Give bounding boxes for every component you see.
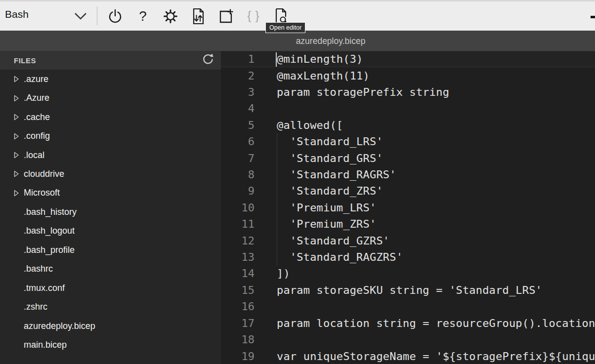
- shell-selector-dropdown[interactable]: Bash: [0, 1, 94, 31]
- help-icon: ?: [139, 9, 147, 23]
- code-line-11[interactable]: 11 'Premium_ZRS': [221, 216, 595, 232]
- line-number: 14: [221, 267, 260, 280]
- tree-file-.bash_profile[interactable]: .bash_profile: [0, 241, 221, 259]
- code-text: 'Premium_LRS': [260, 202, 376, 214]
- code-line-8[interactable]: 8 'Standard_RAGRS': [221, 166, 595, 183]
- new-session-button[interactable]: [212, 1, 240, 31]
- line-number: 10: [221, 202, 260, 214]
- chevron-right-icon: [14, 170, 24, 177]
- tree-folder-Microsoft[interactable]: Microsoft: [0, 184, 221, 202]
- toolbar-divider: [97, 6, 97, 25]
- code-line-9[interactable]: 9 'Standard_ZRS': [221, 183, 595, 199]
- code-text: 'Standard_RAGZRS': [260, 251, 403, 263]
- line-number: 18: [221, 333, 260, 346]
- tree-file-.bash_history[interactable]: .bash_history: [0, 202, 221, 221]
- minimize-button[interactable]: [591, 16, 595, 18]
- line-number: 8: [221, 168, 260, 181]
- chevron-down-icon: [73, 10, 88, 23]
- settings-button[interactable]: [157, 1, 184, 31]
- tree-item-label: .cache: [24, 112, 50, 122]
- tree-folder-.local[interactable]: .local: [0, 146, 221, 164]
- code-text: ]): [260, 267, 290, 280]
- line-number: 1: [221, 53, 260, 65]
- tree-item-label: .local: [24, 150, 44, 161]
- restart-button[interactable]: [101, 1, 129, 31]
- code-line-3[interactable]: 3param storagePrefix string: [221, 84, 595, 100]
- chevron-right-icon: [14, 76, 24, 82]
- line-number: 12: [221, 235, 260, 247]
- code-text: 'Standard_GRS': [260, 152, 383, 164]
- tree-file-main.bicep[interactable]: main.bicep: [0, 335, 221, 354]
- code-line-1[interactable]: 1@minLength(3): [221, 51, 595, 67]
- code-line-7[interactable]: 7 'Standard_GRS': [221, 150, 595, 166]
- code-line-14[interactable]: 14]): [221, 265, 595, 282]
- tree-item-label: .bash_profile: [24, 245, 75, 255]
- refresh-icon: [202, 53, 214, 68]
- code-line-2[interactable]: 2@maxLength(11): [221, 67, 595, 83]
- tree-file-.tmux.conf[interactable]: .tmux.conf: [0, 279, 221, 297]
- refresh-button[interactable]: [202, 53, 214, 68]
- upload-download-icon: [191, 8, 206, 25]
- tree-file-.zshrc[interactable]: .zshrc: [0, 297, 221, 316]
- tree-folder-clouddrive[interactable]: clouddrive: [0, 164, 221, 183]
- tree-item-label: .bash_history: [24, 207, 77, 217]
- code-line-13[interactable]: 13 'Standard_RAGZRS': [221, 249, 595, 265]
- open-file-title: azuredeploy.bicep: [296, 36, 366, 46]
- settings-icon: [163, 8, 178, 24]
- code-text: param storageSKU string = 'Standard_LRS': [260, 284, 542, 296]
- code-line-16[interactable]: 16: [221, 298, 595, 315]
- tree-item-label: .tmux.conf: [24, 283, 65, 293]
- tree-folder-.azure[interactable]: .azure: [0, 70, 221, 88]
- tree-folder-.Azure[interactable]: .Azure: [0, 88, 221, 107]
- shell-selector-label: Bash: [5, 8, 29, 20]
- text-cursor: [276, 52, 277, 67]
- tree-item-label: .zshrc: [24, 302, 47, 312]
- code-line-15[interactable]: 15param storageSKU string = 'Standard_LR…: [221, 282, 595, 298]
- line-number: 16: [221, 300, 260, 313]
- files-header: FILES: [0, 51, 221, 70]
- tree-folder-.cache[interactable]: .cache: [0, 108, 221, 126]
- tree-file-.bash_logout[interactable]: .bash_logout: [0, 222, 221, 241]
- tree-item-label: .config: [24, 131, 50, 141]
- help-button[interactable]: ?: [129, 1, 157, 31]
- web-preview-button[interactable]: { }: [240, 1, 267, 31]
- code-text: @allowed([: [260, 119, 343, 131]
- tree-item-label: .Azure: [24, 93, 49, 103]
- code-line-5[interactable]: 5@allowed([: [221, 117, 595, 133]
- code-line-10[interactable]: 10 'Premium_LRS': [221, 200, 595, 216]
- code-text: 'Standard_GZRS': [260, 235, 389, 247]
- line-number: 17: [221, 317, 260, 329]
- code-line-12[interactable]: 12 'Standard_GZRS': [221, 232, 595, 248]
- chevron-right-icon: [14, 190, 24, 197]
- tree-folder-.config[interactable]: .config: [0, 126, 221, 145]
- line-number: 11: [221, 218, 260, 230]
- code-line-17[interactable]: 17param location string = resourceGroup(…: [221, 315, 595, 331]
- tree-file-.bashrc[interactable]: .bashrc: [0, 260, 221, 279]
- power-icon: [108, 8, 123, 24]
- line-number: 19: [221, 350, 260, 363]
- code-text: var uniqueStorageName = '${storagePrefix…: [260, 350, 595, 363]
- code-text: 'Standard_ZRS': [260, 185, 383, 197]
- code-text: 'Standard_LRS': [260, 135, 383, 148]
- code-editor[interactable]: 1@minLength(3)2@maxLength(11)3param stor…: [221, 51, 595, 364]
- tree-item-label: Microsoft: [24, 188, 60, 198]
- line-number: 2: [221, 70, 260, 82]
- editor-titlebar: azuredeploy.bicep: [0, 31, 595, 51]
- line-number: 7: [221, 152, 260, 164]
- code-line-19[interactable]: 19var uniqueStorageName = '${storagePref…: [221, 348, 595, 364]
- chevron-right-icon: [14, 133, 24, 140]
- code-line-18[interactable]: 18: [221, 331, 595, 348]
- files-sidebar: FILES .azure.Azure.cache.config.localclo…: [0, 51, 221, 364]
- file-tree: .azure.Azure.cache.config.localclouddriv…: [0, 70, 221, 355]
- tree-item-label: .bashrc: [24, 264, 53, 274]
- code-line-4[interactable]: 4: [221, 100, 595, 117]
- code-text: 'Standard_RAGRS': [260, 168, 396, 181]
- code-line-6[interactable]: 6 'Standard_LRS': [221, 133, 595, 150]
- code-text: param location string = resourceGroup().…: [260, 317, 595, 329]
- line-number: 15: [221, 284, 260, 296]
- tree-file-azuredeploy.bicep[interactable]: azuredeploy.bicep: [0, 317, 221, 335]
- tree-item-label: azuredeploy.bicep: [24, 321, 95, 331]
- line-number: 4: [221, 102, 260, 115]
- upload-download-button[interactable]: [184, 1, 212, 31]
- chevron-right-icon: [14, 95, 24, 102]
